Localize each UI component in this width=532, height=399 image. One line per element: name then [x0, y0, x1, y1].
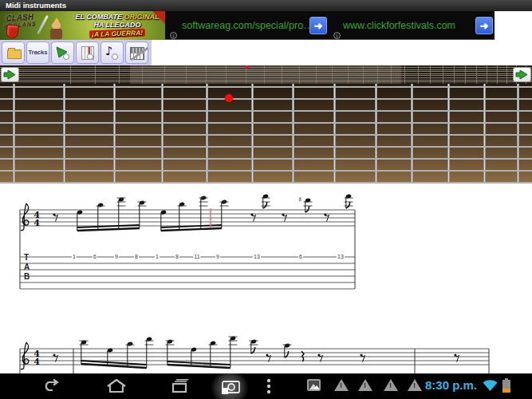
- title-bar: Midi instruments: [0, 0, 532, 11]
- tab-fret-number: 8: [175, 254, 179, 260]
- play-cursor-button[interactable]: [51, 41, 74, 64]
- eighth-flag: [251, 347, 255, 354]
- note-head: [191, 347, 197, 352]
- scroll-right-button[interactable]: [513, 67, 531, 82]
- ad1-info-icon[interactable]: i: [170, 32, 177, 39]
- wifi-icon[interactable]: [483, 379, 498, 392]
- eighth-rest: [319, 356, 323, 362]
- overview-string-line: [0, 69, 532, 70]
- note-cursor-button[interactable]: ♪: [100, 41, 124, 64]
- time-signature-bottom: 4: [33, 218, 40, 228]
- note-head: [179, 202, 185, 207]
- beam: [77, 225, 140, 227]
- open-file-button[interactable]: [2, 41, 25, 64]
- home-button[interactable]: [106, 379, 127, 393]
- coc-barbarian: [48, 18, 65, 40]
- coc-ad-copy: EL COMBATE ORIGINAL HA LLEGADO ¡A LA GUE…: [70, 13, 164, 38]
- eighth-rest: [283, 215, 287, 222]
- overflow-menu-button[interactable]: [266, 378, 271, 394]
- coc-line3: ¡A LA GUERRA!: [89, 29, 145, 38]
- active-note-dot: [225, 94, 233, 102]
- tab-fret-number: 9: [114, 254, 119, 260]
- eighth-rest: [54, 356, 58, 362]
- tab-fret-number: 9: [215, 254, 220, 260]
- folder-icon: [7, 49, 22, 59]
- back-button[interactable]: [41, 379, 61, 393]
- note-head: [167, 339, 173, 344]
- tab-letter: T: [24, 253, 29, 262]
- beam: [81, 361, 147, 365]
- time-signature-bottom: 4: [33, 357, 40, 367]
- coc-line2: HA LLEGADO: [93, 21, 140, 29]
- ad2-arrow-button[interactable]: ➜: [475, 17, 493, 34]
- eighth-flag: [285, 351, 289, 358]
- android-navbar: 8:30 p.m.: [0, 373, 532, 399]
- eighth-rest: [325, 215, 329, 222]
- ad2-info-icon[interactable]: i: [333, 32, 341, 39]
- warning-notification-icon[interactable]: [358, 379, 372, 391]
- position-cursor-button[interactable]: [76, 41, 99, 64]
- toolbar: Tracks ♪: [0, 40, 152, 65]
- string-line: [0, 98, 532, 100]
- scroll-left-button[interactable]: [1, 67, 19, 82]
- eighth-rest: [324, 213, 326, 215]
- text-ad-clickforfestivals[interactable]: www.clickforfestivals.com ➜ i: [329, 11, 495, 40]
- eighth-flag: [346, 202, 350, 208]
- note-head: [81, 340, 87, 345]
- warning-notification-icon[interactable]: [384, 379, 398, 391]
- treble-clef: [21, 203, 29, 231]
- note-head: [107, 348, 113, 353]
- note-head: [97, 203, 104, 207]
- note-head: [118, 197, 124, 202]
- main-fretboard[interactable]: [0, 84, 532, 184]
- warning-notification-icon[interactable]: [408, 379, 422, 391]
- note-head: [127, 342, 133, 346]
- tab-letter: A: [24, 263, 30, 271]
- eighth-rest: [360, 354, 362, 356]
- recents-button[interactable]: [170, 379, 189, 393]
- cursor-ball-icon: [63, 53, 69, 60]
- coc-sword-icon: [37, 15, 49, 34]
- note-head: [262, 194, 269, 199]
- note-head: [146, 337, 152, 342]
- overview-string-line: [0, 80, 532, 81]
- ad1-arrow-button[interactable]: ➜: [309, 17, 327, 34]
- note-head: [77, 210, 83, 215]
- eighth-flag: [305, 206, 309, 212]
- eighth-rest: [266, 354, 268, 356]
- beam: [77, 228, 140, 231]
- eighth-rest: [454, 354, 456, 356]
- ad1-link-text[interactable]: softwareag.com/special/pro…: [182, 11, 313, 40]
- tab-letter: B: [24, 272, 30, 281]
- note-head: [210, 341, 216, 346]
- gallery-notification-icon[interactable]: [307, 379, 321, 391]
- gallery-mountain-2: [313, 385, 319, 389]
- tab-fret-number: 13: [337, 254, 345, 260]
- eighth-rest: [250, 213, 253, 215]
- keyboard-button[interactable]: [125, 41, 148, 64]
- tab-fret-number: 8: [134, 254, 139, 260]
- battery-icon: [502, 380, 510, 393]
- beam: [161, 225, 222, 227]
- note-head: [305, 198, 311, 203]
- tab-fret-number: 6: [298, 254, 303, 260]
- ad2-link-text[interactable]: www.clickforfestivals.com: [343, 11, 455, 40]
- text-ad-softwareag[interactable]: softwareag.com/special/pro… ➜ i: [165, 11, 329, 40]
- note-head: [250, 339, 257, 344]
- overview-string-line: [0, 81, 532, 82]
- overview-string-line: [0, 77, 532, 78]
- tracks-button[interactable]: Tracks: [26, 41, 49, 64]
- clash-of-clans-ad[interactable]: CLASH of CLANS EL COMBATE ORIGINAL HA LL…: [0, 11, 165, 40]
- string-line: [0, 158, 532, 160]
- warning-notification-icon[interactable]: [334, 379, 349, 391]
- string-line: [0, 110, 532, 112]
- clock[interactable]: 8:30 p.m.: [425, 378, 477, 392]
- tab-fret-number: 1: [155, 254, 160, 260]
- fretboard-overview[interactable]: [0, 65, 532, 84]
- screenshot-camera-button[interactable]: [221, 379, 242, 395]
- eighth-rest: [361, 356, 365, 362]
- overview-string-line: [0, 71, 532, 72]
- overview-note-dot: [245, 65, 249, 69]
- tab-fret-number: 1: [72, 254, 77, 260]
- app-title: Midi instruments: [6, 1, 66, 10]
